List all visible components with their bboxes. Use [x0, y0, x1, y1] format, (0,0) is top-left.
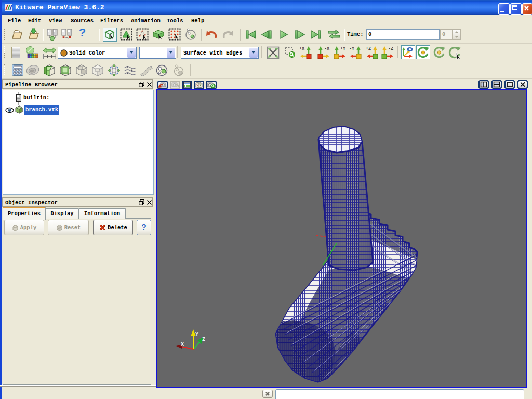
svg-text:-X: -X	[324, 46, 330, 51]
svg-text:Z: Z	[202, 337, 205, 342]
svg-text:-Z: -Z	[388, 46, 393, 51]
svg-text:Y: Y	[195, 331, 198, 337]
svg-text:+X: +X	[299, 46, 305, 51]
svg-text:+Y: +Y	[340, 46, 346, 51]
svg-text:-Y: -Y	[349, 46, 355, 51]
svg-text:+Z: +Z	[366, 46, 371, 51]
svg-text:X: X	[181, 342, 184, 348]
